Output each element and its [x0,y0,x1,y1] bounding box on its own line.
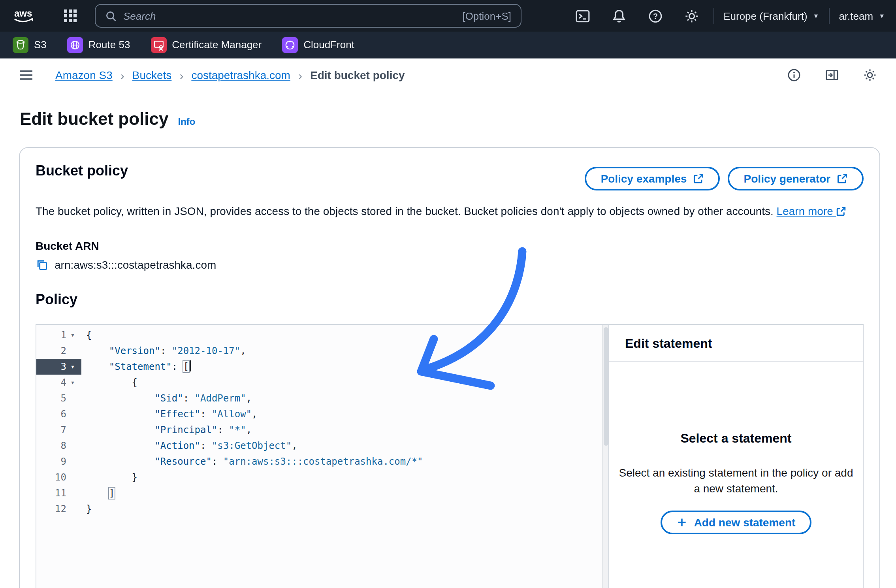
favorite-certificate-manager[interactable]: Certificate Manager [151,37,262,53]
aws-logo-text: aws [14,8,32,19]
line-number-gutter: 2 [36,343,81,359]
top-navigation: aws Search [Option+S] [0,0,896,32]
policy-generator-button[interactable]: Policy generator [728,167,864,190]
favorite-cloudfront[interactable]: CloudFront [282,37,354,53]
chevron-down-icon: ▼ [879,12,885,19]
edit-statement-heading: Edit statement [609,325,863,362]
chevron-down-icon: ▼ [813,12,819,19]
line-number-gutter: 3▾ [36,359,81,375]
policy-label: Policy [36,292,864,308]
main-content: Edit bucket policy Info Bucket policy Po… [0,92,896,588]
code-line[interactable]: 6 "Effect": "Allow", [36,406,608,422]
code-line[interactable]: 9 "Resource": "arn:aws:s3:::costapetrash… [36,454,608,469]
code-text: "Resource": "arn:aws:s3:::costapetrashka… [81,454,423,469]
editor-scrollbar[interactable] [602,325,608,588]
line-number-gutter: 6 [36,406,81,422]
breadcrumb-current: Edit bucket policy [310,69,405,81]
breadcrumb-link-amazon-s3[interactable]: Amazon S3 [55,69,113,81]
select-statement-title: Select a statement [609,432,863,446]
notifications-bell-icon[interactable] [607,4,631,28]
search-icon [105,10,117,22]
preferences-gear-icon[interactable] [858,63,882,87]
fold-caret-icon[interactable]: ▾ [66,363,79,371]
search-input[interactable]: Search [Option+S] [95,4,521,28]
learn-more-link[interactable]: Learn more [777,205,847,217]
line-number-gutter: 12 [36,501,81,517]
line-number-gutter: 4▾ [36,375,81,390]
code-line[interactable]: 8 "Action": "s3:GetObject", [36,438,608,454]
code-line[interactable]: 11 ] [36,485,608,501]
code-line[interactable]: 7 "Principal": "*", [36,422,608,438]
favorite-label: Route 53 [88,39,130,51]
policy-code-editor[interactable]: 1▾{2 "Version": "2012-10-17",3▾ "Stateme… [36,325,608,588]
policy-editor: 1▾{2 "Version": "2012-10-17",3▾ "Stateme… [36,324,864,588]
plus-icon [677,517,688,528]
cloudfront-icon [282,37,298,53]
breadcrumb-separator [120,68,124,82]
edit-statement-panel: Edit statement Select a statement Select… [608,325,863,588]
favorite-s3[interactable]: S3 [13,37,47,53]
code-line[interactable]: 1▾{ [36,327,608,343]
certificate-manager-icon [151,37,166,53]
line-number-gutter: 9 [36,454,81,469]
info-circle-icon[interactable] [782,63,806,87]
code-line[interactable]: 5 "Sid": "AddPerm", [36,390,608,406]
policy-examples-button[interactable]: Policy examples [585,167,720,190]
favorites-bar: S3 Route 53 Certificate Manager [0,32,896,58]
code-text: { [81,375,137,390]
code-line[interactable]: 12} [36,501,608,517]
fold-caret-icon[interactable]: ▾ [66,379,79,386]
breadcrumb-link-bucket[interactable]: costapetrashka.com [191,69,290,81]
split-panel-icon[interactable] [820,63,844,87]
bucket-policy-heading: Bucket policy [36,160,128,181]
line-number-gutter: 1▾ [36,327,81,343]
cloudshell-icon[interactable] [571,4,595,28]
bucket-arn-label: Bucket ARN [36,239,864,252]
bucket-policy-description: The bucket policy, written in JSON, prov… [36,203,864,219]
help-icon[interactable]: ? [644,4,667,28]
s3-icon [13,37,28,53]
code-line[interactable]: 3▾ "Statement": [ [36,359,608,375]
bucket-arn-value: arn:aws:s3:::costapetrashka.com [55,258,216,271]
account-label: ar.team [839,10,873,22]
favorite-route53[interactable]: Route 53 [67,37,130,53]
code-text: } [81,501,92,517]
code-text: "Action": "s3:GetObject", [81,438,297,454]
line-number-gutter: 7 [36,422,81,438]
breadcrumb-bar: Amazon S3 Buckets costapetrashka.com Edi… [0,58,896,92]
apps-grid-icon[interactable] [58,4,82,28]
page-title: Edit bucket policy [20,109,169,130]
external-link-icon [693,173,704,184]
favorite-label: S3 [34,39,47,51]
code-text: "Sid": "AddPerm", [81,390,252,406]
info-link[interactable]: Info [178,116,196,127]
bucket-policy-container: Bucket policy Policy examples Policy gen… [19,147,880,588]
aws-logo[interactable]: aws [11,6,38,25]
code-line[interactable]: 4▾ { [36,375,608,390]
copy-icon[interactable] [36,258,48,271]
code-line[interactable]: 10 } [36,469,608,485]
hamburger-menu-icon[interactable] [14,63,38,87]
region-label: Europe (Frankfurt) [723,10,807,22]
svg-text:?: ? [653,11,658,20]
settings-gear-icon[interactable] [680,4,704,28]
search-shortcut-hint: [Option+S] [462,10,511,22]
policy-examples-label: Policy examples [601,172,687,185]
breadcrumb-separator [179,68,183,82]
code-line[interactable]: 2 "Version": "2012-10-17", [36,343,608,359]
line-number-gutter: 8 [36,438,81,454]
code-text: "Statement": [ [81,359,191,375]
code-text: "Version": "2012-10-17", [81,343,246,359]
region-selector[interactable]: Europe (Frankfurt) ▼ [723,10,819,22]
code-text: "Principal": "*", [81,422,252,438]
route53-icon [67,37,83,53]
account-menu[interactable]: ar.team ▼ [839,10,885,22]
add-new-statement-button[interactable]: Add new statement [661,511,811,534]
external-link-icon [837,173,848,184]
line-number-gutter: 11 [36,485,81,501]
breadcrumb-link-buckets[interactable]: Buckets [132,69,172,81]
breadcrumb: Amazon S3 Buckets costapetrashka.com Edi… [55,68,405,82]
learn-more-label: Learn more [777,205,833,217]
code-text: { [81,327,92,343]
fold-caret-icon[interactable]: ▾ [66,331,79,339]
